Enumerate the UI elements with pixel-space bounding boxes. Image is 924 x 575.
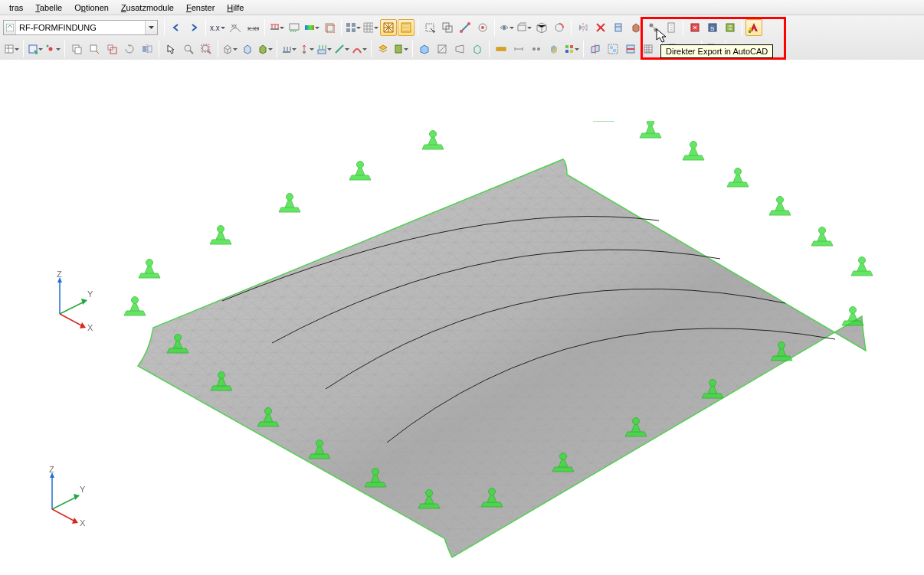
svg-point-28: [650, 24, 654, 28]
tool-circular[interactable]: [551, 19, 568, 36]
tool-views-std[interactable]: [516, 19, 532, 36]
tool-mirror2[interactable]: [139, 41, 156, 57]
tool-mirror[interactable]: [575, 19, 591, 36]
svg-rect-12: [352, 28, 356, 32]
tool-line[interactable]: [333, 41, 350, 57]
tool-zoom-window[interactable]: [180, 41, 197, 57]
tool-copy[interactable]: [68, 41, 85, 57]
tool-clip-plane[interactable]: [587, 41, 604, 57]
tool-zoom-all[interactable]: [198, 41, 215, 57]
svg-point-108: [850, 307, 857, 314]
tool-move[interactable]: [86, 41, 103, 57]
support-icon: [279, 194, 300, 213]
separator: [23, 41, 24, 57]
separator: [583, 41, 584, 57]
tool-export-ifc[interactable]: [722, 19, 739, 36]
nav-back-button[interactable]: [168, 19, 185, 36]
export-autocad-button[interactable]: [745, 19, 762, 36]
tool-new-object[interactable]: [27, 41, 44, 57]
dropdown-arrow-icon[interactable]: [145, 21, 157, 34]
menu-hilfe[interactable]: Hilfe: [221, 2, 250, 14]
tool-connections[interactable]: [645, 19, 662, 36]
menu-zusatzmodule[interactable]: Zusatzmodule: [115, 2, 180, 14]
svg-line-94: [52, 509, 75, 521]
tool-hidden-lines[interactable]: [533, 19, 550, 36]
tool-views-custom[interactable]: [498, 19, 515, 36]
tool-member[interactable]: [457, 19, 473, 36]
menu-tabelle[interactable]: Tabelle: [29, 2, 68, 14]
svg-rect-43: [75, 47, 81, 54]
tool-group[interactable]: [605, 41, 621, 57]
tool-document[interactable]: [663, 19, 680, 36]
viewport-3d[interactable]: Z Y X Z Y X: [0, 60, 924, 575]
svg-rect-72: [610, 46, 613, 49]
tool-box[interactable]: [221, 41, 238, 57]
svg-rect-9: [346, 23, 350, 27]
tool-top-view[interactable]: [434, 41, 451, 57]
svg-rect-10: [352, 23, 356, 27]
separator: [742, 19, 742, 36]
separator: [341, 19, 342, 36]
tool-sections[interactable]: [610, 19, 627, 36]
nav-forward-button[interactable]: [185, 19, 202, 36]
tool-settings[interactable]: [528, 41, 545, 57]
svg-point-111: [777, 197, 784, 204]
tool-solid-3d[interactable]: [546, 41, 562, 57]
tool-selection-pointer[interactable]: [162, 41, 179, 57]
tool-solid[interactable]: [257, 41, 274, 57]
tool-area-load[interactable]: [316, 41, 333, 57]
svg-point-122: [146, 260, 153, 266]
separator: [264, 19, 265, 36]
tool-layer[interactable]: [375, 41, 392, 57]
svg-rect-4: [270, 28, 279, 30]
tool-3d-render[interactable]: [627, 19, 644, 36]
menu-optionen[interactable]: Optionen: [68, 2, 115, 14]
tool-export-dxf[interactable]: [686, 19, 703, 36]
tool-select-add[interactable]: [439, 19, 456, 36]
tool-supports-show[interactable]: [286, 19, 303, 36]
tool-results-animate[interactable]: [321, 19, 338, 36]
tool-perspective[interactable]: [451, 41, 468, 57]
tool-numbering[interactable]: [345, 19, 362, 36]
tool-release[interactable]: [474, 19, 491, 36]
loadcase-input[interactable]: [16, 22, 145, 33]
tool-section-view[interactable]: [622, 41, 639, 57]
tool-wireframe[interactable]: [469, 41, 486, 57]
svg-point-119: [357, 162, 364, 168]
tool-new-table[interactable]: [3, 41, 20, 57]
tool-measure[interactable]: [493, 41, 510, 57]
tool-grid[interactable]: [362, 19, 379, 36]
svg-point-104: [560, 453, 567, 460]
separator: [371, 41, 372, 57]
tool-arc[interactable]: [351, 41, 368, 57]
tool-fe-mesh[interactable]: [380, 19, 397, 36]
svg-point-109: [859, 257, 866, 264]
svg-point-52: [202, 45, 208, 51]
tool-intersect[interactable]: [592, 19, 609, 36]
svg-rect-73: [613, 49, 616, 52]
svg-rect-35: [726, 24, 734, 31]
tool-dimensions[interactable]: x.xx: [209, 19, 226, 36]
tool-line-load[interactable]: [280, 41, 297, 57]
tool-show-values[interactable]: xx: [227, 19, 244, 36]
tool-dimension[interactable]: [510, 41, 527, 57]
tool-rotate[interactable]: [121, 41, 138, 57]
tool-clip[interactable]: x.xx: [244, 19, 261, 36]
tool-nodal-load[interactable]: [298, 41, 315, 57]
tool-section-db[interactable]: [392, 41, 409, 57]
tool-rendering[interactable]: [398, 19, 414, 36]
menu-fenster[interactable]: Fenster: [180, 2, 221, 14]
tool-scale[interactable]: [103, 41, 120, 57]
tool-iso-view[interactable]: [416, 41, 433, 57]
tool-new-node[interactable]: [44, 41, 61, 57]
tool-export-step[interactable]: S: [704, 19, 721, 36]
tool-table-view[interactable]: [640, 41, 657, 57]
tool-select-window[interactable]: [421, 19, 438, 36]
tool-extrude[interactable]: [239, 41, 256, 57]
tool-loads-show[interactable]: [268, 19, 285, 36]
svg-rect-66: [565, 45, 568, 48]
tool-modules[interactable]: [563, 41, 580, 57]
menu-extras[interactable]: tras: [3, 2, 29, 14]
tool-results-show[interactable]: [303, 19, 320, 36]
loadcase-dropdown[interactable]: [3, 20, 158, 35]
